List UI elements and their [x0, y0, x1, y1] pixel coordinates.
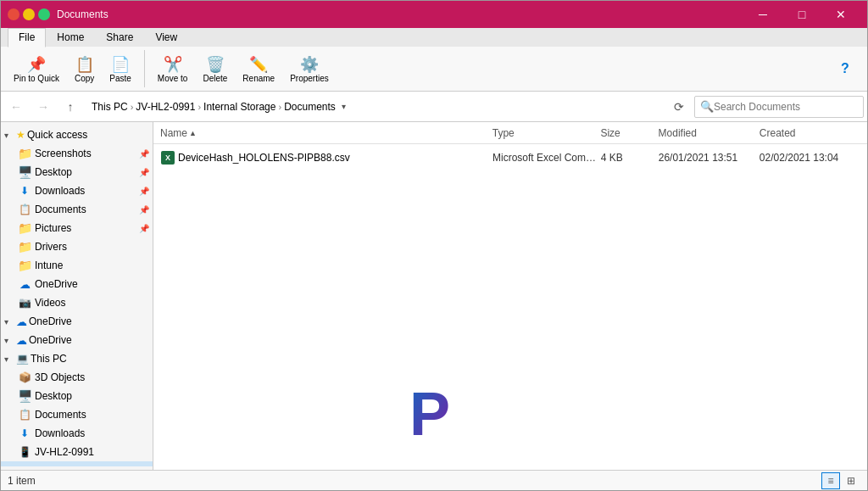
- tab-file[interactable]: File: [8, 28, 46, 47]
- search-icon: 🔍: [700, 100, 714, 113]
- sidebar-item-3dobjects[interactable]: 📦 3D Objects: [1, 368, 153, 387]
- forward-button[interactable]: →: [31, 95, 55, 119]
- sidebar-scroll: ▾ ★ Quick access 📁 Screenshots 📌 🖥️ Desk…: [1, 126, 153, 466]
- col-modified-label: Modified: [659, 127, 697, 139]
- sidebar-label-desktop-pc: Desktop: [35, 390, 72, 402]
- onedrive1-header[interactable]: ▾ ☁ OneDrive: [1, 312, 153, 331]
- ribbon-properties-button[interactable]: ⚙️ Properties: [284, 53, 335, 86]
- sidebar-item-onedrive-qa[interactable]: ☁ OneDrive: [1, 275, 153, 293]
- ribbon-delete-button[interactable]: 🗑️ Delete: [197, 53, 233, 86]
- properties-icon: ⚙️: [300, 55, 319, 74]
- sidebar-item-internal-storage[interactable]: ─ Internal Storage: [1, 461, 153, 466]
- breadcrumb-device: JV-HL2-0991: [136, 101, 195, 113]
- col-header-modified[interactable]: Modified: [659, 127, 760, 139]
- breadcrumb-documents: Documents: [284, 101, 336, 113]
- sidebar-item-documents-pc[interactable]: 📋 Documents: [1, 405, 153, 424]
- sidebar-label-desktop: Desktop: [35, 166, 72, 178]
- ribbon-separator-1: [144, 50, 145, 87]
- quick-access-star-icon: ★: [16, 129, 25, 141]
- desktop-pc-icon: 🖥️: [18, 389, 31, 403]
- ribbon-pin-button[interactable]: 📌 Pin to Quick: [8, 53, 65, 86]
- file-area: Name ▲ Type Size Modified Created: [153, 122, 867, 470]
- breadcrumb-sep-1: ›: [131, 102, 134, 112]
- maximize-button[interactable]: □: [782, 1, 821, 28]
- sidebar-label-intune: Intune: [35, 259, 63, 271]
- 3dobjects-icon: 📦: [18, 371, 31, 384]
- onedrive1-chevron: ▾: [4, 317, 14, 326]
- onedrive2-header[interactable]: ▾ ☁ OneDrive: [1, 331, 153, 349]
- tab-home[interactable]: Home: [46, 28, 95, 47]
- breadcrumb-sep-2: ›: [198, 102, 201, 112]
- sidebar-item-drivers[interactable]: 📁 Drivers: [1, 237, 153, 256]
- column-headers: Name ▲ Type Size Modified Created: [153, 122, 867, 144]
- drivers-icon: 📁: [18, 240, 31, 254]
- file-modified: 26/01/2021 13:51: [659, 152, 760, 164]
- window-title: Documents: [57, 8, 743, 20]
- view-details-button[interactable]: ≡: [821, 472, 840, 489]
- sidebar-item-screenshots[interactable]: 📁 Screenshots 📌: [1, 144, 153, 163]
- search-input[interactable]: [714, 101, 849, 113]
- rename-icon: ✏️: [249, 55, 268, 74]
- minimize-button[interactable]: ─: [743, 1, 782, 28]
- col-header-created[interactable]: Created: [760, 127, 860, 139]
- ribbon-copy-button[interactable]: 📋 Copy: [69, 53, 100, 86]
- help-button[interactable]: ?: [830, 59, 860, 79]
- sidebar-item-downloads[interactable]: ⬇ Downloads 📌: [1, 181, 153, 200]
- documents-icon: 📋: [18, 203, 31, 216]
- thispc-header[interactable]: ▾ 💻 This PC: [1, 349, 153, 368]
- documents-pc-icon: 📋: [18, 408, 31, 421]
- window-icon-red: [8, 8, 19, 20]
- breadcrumb-sep-3: ›: [278, 102, 281, 112]
- title-bar-controls: ─ □ ✕: [743, 1, 860, 28]
- back-button[interactable]: ←: [4, 95, 28, 119]
- sidebar-label-3dobjects: 3D Objects: [35, 371, 85, 383]
- sidebar-label-drivers: Drivers: [35, 241, 67, 253]
- title-bar: Documents ─ □ ✕: [1, 1, 867, 28]
- tab-share[interactable]: Share: [95, 28, 144, 47]
- sidebar-item-desktop-pc[interactable]: 🖥️ Desktop: [1, 387, 153, 405]
- sidebar-label-pictures: Pictures: [35, 222, 71, 234]
- sidebar-item-device[interactable]: 📱 JV-HL2-0991: [1, 443, 153, 461]
- window-control-icons: [8, 8, 50, 20]
- refresh-button[interactable]: ⟳: [667, 95, 691, 119]
- sidebar-label-onedrive-qa: OneDrive: [35, 278, 78, 290]
- ribbon-rename-button[interactable]: ✏️ Rename: [236, 53, 281, 86]
- quick-access-header[interactable]: ▾ ★ Quick access: [1, 126, 153, 144]
- breadcrumb-storage: Internal Storage: [203, 101, 275, 113]
- breadcrumb-bar[interactable]: This PC › JV-HL2-0991 › Internal Storage…: [86, 96, 664, 118]
- sidebar-item-intune[interactable]: 📁 Intune: [1, 256, 153, 275]
- svg-text:X: X: [164, 153, 170, 162]
- sidebar-item-pictures[interactable]: 📁 Pictures 📌: [1, 219, 153, 237]
- sidebar-label-videos: Videos: [35, 297, 65, 309]
- tab-view[interactable]: View: [144, 28, 188, 47]
- sidebar-item-documents[interactable]: 📋 Documents 📌: [1, 200, 153, 219]
- close-button[interactable]: ✕: [821, 1, 860, 28]
- ribbon-paste-button[interactable]: 📄 Paste: [103, 53, 137, 86]
- file-excel-icon: X: [160, 149, 175, 166]
- address-bar: ← → ↑ This PC › JV-HL2-0991 › Internal S…: [1, 92, 867, 122]
- thispc-label: This PC: [31, 353, 67, 365]
- col-header-size[interactable]: Size: [600, 127, 658, 139]
- table-row[interactable]: X DeviceHash_HOLOLENS-PIPB88.csv Microso…: [153, 146, 867, 170]
- sidebar-label-device: JV-HL2-0991: [35, 446, 94, 458]
- col-type-label: Type: [492, 127, 515, 139]
- col-header-type[interactable]: Type: [492, 127, 601, 139]
- search-box: 🔍: [694, 96, 864, 118]
- breadcrumb-dropdown[interactable]: ▾: [336, 96, 353, 118]
- desktop-icon: 🖥️: [18, 165, 31, 179]
- ribbon-move-button[interactable]: ✂️ Move to: [152, 53, 194, 86]
- onedrive2-chevron: ▾: [4, 336, 14, 345]
- up-button[interactable]: ↑: [58, 95, 82, 119]
- sidebar-item-videos[interactable]: 📷 Videos: [1, 293, 153, 312]
- view-large-icons-button[interactable]: ⊞: [842, 472, 860, 489]
- documents-pin-icon: 📌: [139, 205, 149, 215]
- quick-access-label: Quick access: [27, 129, 87, 141]
- col-header-name[interactable]: Name ▲: [160, 127, 492, 139]
- paste-icon: 📄: [111, 55, 130, 74]
- sidebar-item-desktop[interactable]: 🖥️ Desktop 📌: [1, 163, 153, 181]
- sidebar-label-documents: Documents: [35, 204, 86, 215]
- sidebar-item-downloads-pc[interactable]: ⬇ Downloads: [1, 424, 153, 443]
- file-created: 02/02/2021 13:04: [760, 152, 860, 164]
- videos-icon: 📷: [18, 296, 31, 310]
- sidebar-label-documents-pc: Documents: [35, 409, 86, 421]
